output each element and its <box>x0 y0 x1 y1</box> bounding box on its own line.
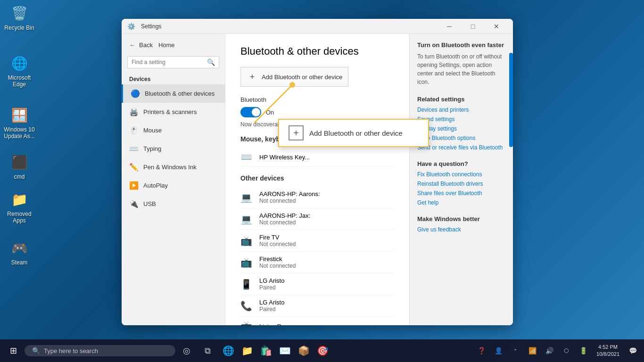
sidebar-item-printers[interactable]: 🖨️ Printers & scanners <box>122 103 225 121</box>
device-list-item[interactable]: 📺 Firestick Not connected <box>240 252 394 273</box>
turn-on-section: Turn on Bluetooth even faster To turn Bl… <box>417 41 505 86</box>
minimize-button[interactable]: ─ <box>438 19 460 34</box>
tooltip-plus-icon: + <box>289 125 304 140</box>
removed-apps-icon: 📁 <box>10 190 29 209</box>
taskbar-amazon-icon[interactable]: 📦 <box>294 341 313 360</box>
desktop-icon-cmd[interactable]: ⬛ cmd <box>0 151 38 182</box>
desktop-icon-steam[interactable]: 🎮 Steam <box>0 237 38 268</box>
battery-icon[interactable]: 🔋 <box>576 341 591 360</box>
device-status: Paired <box>259 284 394 291</box>
sidebar-item-usb[interactable]: 🔌 USB <box>122 195 225 213</box>
related-settings-link[interactable]: Send or receive files via Bluetooth <box>417 144 505 151</box>
feedback-link[interactable]: Give us feedback <box>417 226 505 233</box>
taskbar-store-icon[interactable]: 🛍️ <box>256 341 275 360</box>
maximize-button[interactable]: □ <box>462 19 484 34</box>
taskbar-app6-icon[interactable]: 🎯 <box>313 341 332 360</box>
typing-nav-icon: ⌨️ <box>129 144 139 153</box>
keyboard-device-info: HP Wireless Key... <box>259 154 394 161</box>
start-button[interactable]: ⊞ <box>4 341 23 360</box>
device-type-icon: 📺 <box>240 257 254 268</box>
sidebar-item-pen[interactable]: ✏️ Pen & Windows Ink <box>122 158 225 176</box>
related-settings-link[interactable]: Sound settings <box>417 116 505 123</box>
svg-point-1 <box>289 82 295 88</box>
desktop-icon-removed-apps[interactable]: 📁 Removed Apps <box>0 188 38 226</box>
device-list-item[interactable]: 💻 AARONS-HP: Aarons: Not connected <box>240 187 394 208</box>
better-section: Make Windows better Give us feedback <box>417 215 505 233</box>
sidebar-item-typing[interactable]: ⌨️ Typing <box>122 140 225 158</box>
network-wifi-icon[interactable]: 📶 <box>525 341 540 360</box>
device-list-item[interactable]: 💻 AARONS-HP: Jax: Not connected <box>240 208 394 230</box>
svg-line-0 <box>255 85 292 123</box>
tooltip-text: Add Bluetooth or other device <box>309 129 403 137</box>
cmd-label: cmd <box>14 173 25 180</box>
sidebar-search[interactable]: 🔍 <box>127 56 219 68</box>
related-settings-link[interactable]: More Bluetooth options <box>417 135 505 141</box>
device-info: Fire TV Not connected <box>259 234 394 247</box>
pen-nav-label: Pen & Windows Ink <box>143 164 197 171</box>
removed-apps-label: Removed Apps <box>2 211 36 224</box>
device-type-icon: 📺 <box>240 235 254 247</box>
device-list-item[interactable]: 📞 LG Aristo Paired <box>240 295 394 317</box>
device-name: Fire TV <box>259 234 394 241</box>
help-link[interactable]: Fix Bluetooth connections <box>417 171 505 178</box>
device-status: Paired <box>259 306 394 313</box>
device-list-item[interactable]: 📺 Fire TV Not connected <box>240 230 394 252</box>
bluetooth-nav-label: Bluetooth & other devices <box>145 90 215 97</box>
title-bar-left: ⚙️ Settings <box>127 23 161 30</box>
cortana-button[interactable]: ◎ <box>177 341 196 360</box>
desktop-icon-microsoft-edge[interactable]: 🌐 Microsoft Edge <box>0 52 38 90</box>
sidebar-section-title: Devices <box>122 72 225 84</box>
settings-window: ⚙️ Settings ─ □ ✕ ← Back Home 🔍 Devices … <box>122 19 513 325</box>
notification-icon[interactable]: 💬 <box>625 341 640 360</box>
device-status: Not connected <box>259 219 394 226</box>
mouse-nav-icon: 🖱️ <box>129 126 139 135</box>
taskbar-edge-icon[interactable]: 🌐 <box>219 341 238 360</box>
sidebar-item-autoplay[interactable]: ▶️ AutoPlay <box>122 176 225 195</box>
people-icon[interactable]: 👤 <box>491 341 506 360</box>
chevron-icon[interactable]: ⌃ <box>508 341 523 360</box>
speaker-icon[interactable]: 🔊 <box>542 341 557 360</box>
sidebar-item-bluetooth[interactable]: 🔵 Bluetooth & other devices <box>122 84 225 103</box>
taskbar-search[interactable]: 🔍 Type here to search <box>25 345 175 356</box>
close-button[interactable]: ✕ <box>486 19 507 34</box>
back-button[interactable]: ← Back Home <box>122 38 225 52</box>
taskbar-search-text: Type here to search <box>44 347 98 354</box>
device-name: LG Aristo <box>259 277 394 284</box>
related-settings-link[interactable]: Devices and printers <box>417 107 505 113</box>
home-label: Back <box>139 41 153 49</box>
help-link[interactable]: Reinstall Bluetooth drivers <box>417 181 505 187</box>
typing-nav-label: Typing <box>143 145 161 152</box>
device-info: Firestick Not connected <box>259 255 394 269</box>
help-link[interactable]: Get help <box>417 199 505 206</box>
recycle-bin-label: Recycle Bin <box>4 25 34 31</box>
help-link[interactable]: Share files over Bluetooth <box>417 190 505 197</box>
time-display: 4:52 PM <box>598 344 618 351</box>
usb-nav-label: USB <box>143 200 156 207</box>
taskbar-search-icon: 🔍 <box>32 347 40 354</box>
device-info: Living Room <box>259 323 394 326</box>
device-list-item[interactable]: 📺 Living Room <box>240 317 394 325</box>
add-device-label: Add Bluetooth or other device <box>262 74 342 81</box>
taskbar-apps: 🌐📁🛍️✉️📦🎯 <box>219 341 472 360</box>
help-icon[interactable]: ❓ <box>474 341 489 360</box>
desktop-icon-windows-update[interactable]: 🪟 Windows 10 Update As... <box>0 104 38 142</box>
taskbar-explorer-icon[interactable]: 📁 <box>238 341 256 360</box>
desktop-icon-recycle-bin[interactable]: 🗑️ Recycle Bin <box>0 2 38 33</box>
windows-update-label: Windows 10 Update As... <box>2 126 36 140</box>
clock[interactable]: 4:52 PM 10/8/2021 <box>593 341 623 360</box>
related-settings-link[interactable]: Display settings <box>417 125 505 132</box>
back-icon: ← <box>129 41 135 49</box>
autoplay-nav-label: AutoPlay <box>143 182 168 189</box>
device-list-item[interactable]: 📱 LG Aristo Paired <box>240 273 394 295</box>
better-title: Make Windows better <box>417 215 505 222</box>
sidebar-item-mouse[interactable]: 🖱️ Mouse <box>122 121 225 140</box>
home-text: Home <box>158 41 175 49</box>
bluetooth-tray-icon[interactable]: ⬡ <box>559 341 574 360</box>
window-title: Settings <box>141 23 161 30</box>
usb-nav-icon: 🔌 <box>129 199 139 208</box>
steam-label: Steam <box>11 259 28 266</box>
taskbar-mail-icon[interactable]: ✉️ <box>275 341 294 360</box>
main-content: Bluetooth & other devices + Add Bluetoot… <box>225 34 409 325</box>
task-view-button[interactable]: ⧉ <box>198 341 217 360</box>
find-setting-input[interactable] <box>132 59 207 66</box>
